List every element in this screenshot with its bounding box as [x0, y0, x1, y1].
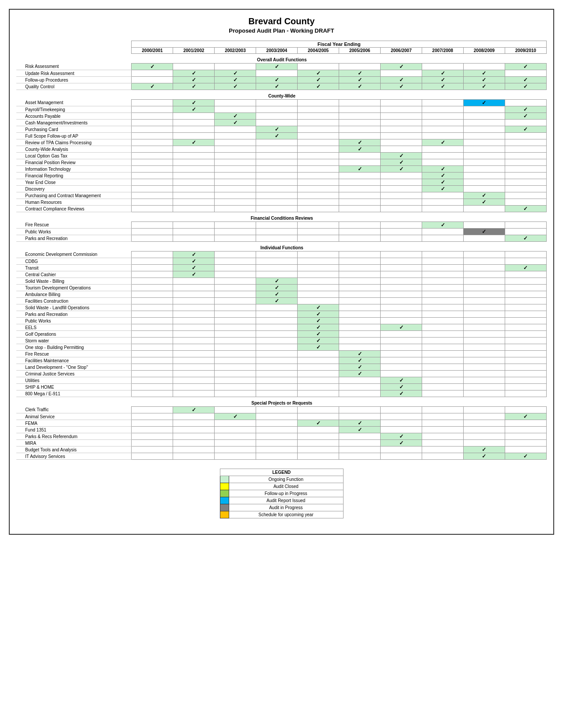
check-cell	[463, 331, 505, 338]
check-cell	[339, 271, 381, 278]
row-label: Fire Rescue	[16, 222, 132, 229]
check-cell	[422, 251, 464, 258]
check-cell	[256, 420, 298, 427]
check-cell	[381, 371, 422, 377]
check-cell	[256, 377, 298, 384]
check-cell	[381, 453, 422, 460]
check-cell	[463, 235, 505, 242]
check-cell	[381, 344, 422, 351]
check-cell	[339, 258, 381, 265]
check-cell	[215, 453, 256, 460]
check-cell	[215, 351, 256, 357]
check-cell	[173, 298, 215, 304]
check-cell	[256, 304, 298, 311]
check-cell	[132, 166, 173, 173]
check-cell	[381, 413, 422, 420]
check-cell	[215, 192, 256, 199]
table-row: Contract Compliance Reviews✓	[16, 206, 547, 212]
table-row: IT Advisory Services✓✓	[16, 453, 547, 460]
check-cell: ✓	[339, 83, 381, 90]
check-cell	[422, 420, 464, 427]
check-cell: ✓	[256, 133, 298, 139]
check-cell	[339, 285, 381, 291]
check-cell	[173, 179, 215, 186]
table-row: Parks and Recreation✓	[16, 235, 547, 242]
check-cell	[422, 271, 464, 278]
row-label: Purchasing and Contract Management	[16, 192, 132, 199]
check-cell	[215, 271, 256, 278]
table-row: Fund 1351✓	[16, 427, 547, 433]
section-title-2: Financial Conditions Reviews	[16, 212, 547, 222]
check-cell	[132, 407, 173, 413]
legend-table: LEGEND Ongoing Function Audit Closed Fol…	[220, 469, 344, 518]
row-label: Fire Rescue	[16, 351, 132, 357]
check-cell	[463, 285, 505, 291]
check-cell	[381, 298, 422, 304]
check-cell: ✓	[505, 64, 546, 70]
check-cell	[422, 344, 464, 351]
check-cell	[463, 258, 505, 265]
check-cell	[339, 324, 381, 331]
year-col-3: 2003/2004	[256, 48, 298, 54]
check-cell	[505, 222, 546, 229]
check-cell	[339, 113, 381, 120]
check-cell	[215, 285, 256, 291]
check-cell	[422, 106, 464, 113]
check-cell	[173, 113, 215, 120]
check-cell	[505, 427, 546, 433]
check-cell	[339, 338, 381, 344]
table-row: Purchasing and Contract Management✓	[16, 192, 547, 199]
check-cell	[463, 271, 505, 278]
check-cell	[173, 338, 215, 344]
check-cell	[298, 139, 339, 146]
check-cell: ✓	[298, 324, 339, 331]
check-cell	[381, 285, 422, 291]
check-cell	[463, 364, 505, 371]
check-cell	[132, 199, 173, 206]
check-cell	[132, 120, 173, 126]
check-cell	[381, 186, 422, 192]
check-cell	[256, 159, 298, 166]
check-cell	[463, 291, 505, 298]
fiscal-year-header: Fiscal Year Ending	[132, 41, 547, 48]
check-cell: ✓	[381, 390, 422, 397]
check-cell	[173, 153, 215, 159]
check-cell	[256, 139, 298, 146]
check-cell	[173, 229, 215, 235]
check-cell	[132, 371, 173, 377]
check-cell	[215, 324, 256, 331]
check-cell	[298, 133, 339, 139]
check-cell	[381, 133, 422, 139]
table-row: Land Development - "One Stop"✓	[16, 364, 547, 371]
check-cell	[173, 351, 215, 357]
check-cell	[215, 173, 256, 179]
check-cell	[505, 407, 546, 413]
legend-label: Follow-up in Progress	[229, 490, 343, 497]
check-cell	[463, 351, 505, 357]
check-cell	[422, 192, 464, 199]
check-cell	[463, 371, 505, 377]
check-cell	[298, 199, 339, 206]
check-cell: ✓	[463, 453, 505, 460]
check-cell	[381, 70, 422, 77]
check-cell	[381, 311, 422, 318]
check-cell	[256, 384, 298, 390]
check-cell	[463, 206, 505, 212]
check-cell	[132, 453, 173, 460]
check-cell	[215, 235, 256, 242]
table-row: Public Works✓	[16, 318, 547, 324]
row-label: Risk Assessment	[16, 64, 132, 70]
check-cell	[381, 229, 422, 235]
check-cell: ✓	[505, 113, 546, 120]
check-cell	[298, 159, 339, 166]
check-cell: ✓	[381, 433, 422, 440]
check-cell	[132, 133, 173, 139]
check-cell	[422, 377, 464, 384]
check-cell	[381, 271, 422, 278]
check-cell: ✓	[381, 159, 422, 166]
check-cell	[215, 407, 256, 413]
table-row: Fire Rescue✓	[16, 222, 547, 229]
year-col-8: 2008/2009	[463, 48, 505, 54]
check-cell	[256, 113, 298, 120]
check-cell	[339, 106, 381, 113]
